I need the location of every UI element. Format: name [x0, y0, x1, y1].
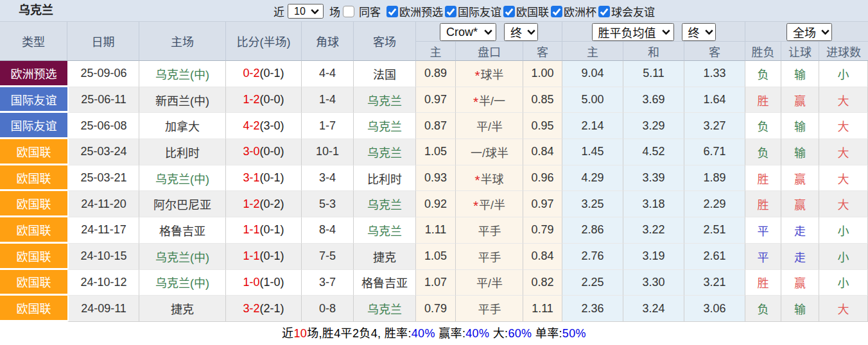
- cell-result: 胜: [745, 191, 781, 217]
- sub-odds-handicap: 盘口: [456, 42, 523, 61]
- cell-handicap: 平/半: [456, 113, 523, 139]
- cell-home-team[interactable]: 比利时: [139, 139, 226, 165]
- avg-home-value: 2.76: [581, 249, 603, 263]
- cell-avg-away: 3.06: [684, 296, 745, 322]
- home-team-name: 乌克兰(中): [155, 274, 209, 290]
- cell-avg-home: 9.04: [562, 61, 623, 87]
- cell-match-type: 欧洲预选: [0, 61, 67, 87]
- result-text: 胜: [758, 170, 769, 187]
- cell-result: 胜: [745, 270, 781, 296]
- sub-avg-away: 客: [684, 42, 745, 61]
- filter-checkbox-euro-cup[interactable]: [551, 6, 562, 17]
- cell-date: 24-10-12: [67, 270, 139, 296]
- away-team-name: 乌克兰: [367, 222, 402, 239]
- chevron-down-icon: [527, 29, 535, 35]
- filter-checkbox-nations-league[interactable]: [503, 6, 515, 17]
- scope-select[interactable]: 全场: [786, 23, 832, 41]
- cell-away-team[interactable]: 法国: [354, 61, 416, 87]
- avg-home-value: 2.14: [581, 119, 603, 133]
- cell-home-team[interactable]: 新西兰(中): [139, 87, 226, 114]
- cell-away-team[interactable]: 乌克兰: [354, 113, 416, 139]
- subheader-label: 主: [430, 43, 442, 60]
- filter-checkbox-club-friendly[interactable]: [598, 6, 610, 17]
- filter-label-nations-league: 欧国联: [516, 3, 549, 19]
- handicap-name: 平手: [478, 222, 501, 239]
- avg-away-value: 1.64: [703, 93, 725, 106]
- cell-odds-away: 0.85: [523, 87, 562, 114]
- cell-odds-home: 0.93: [416, 165, 456, 192]
- check-icon: [551, 6, 562, 17]
- handicap-name: 半球: [481, 170, 504, 187]
- cell-away-team[interactable]: 比利时: [354, 165, 416, 192]
- cell-away-team[interactable]: 乌克兰: [354, 296, 416, 322]
- cell-odds-away: 0.79: [523, 217, 562, 244]
- cell-avg-draw: 3.30: [623, 270, 684, 296]
- cell-corner: 7-5: [302, 244, 354, 270]
- cell-home-team[interactable]: 捷克: [139, 296, 226, 322]
- odds-away-value: 0.85: [531, 93, 553, 106]
- cell-away-team[interactable]: 乌克兰: [354, 217, 416, 244]
- summary-recent-label: 近: [282, 327, 293, 340]
- cell-away-team[interactable]: 捷克: [354, 244, 416, 270]
- date-text: 24-11-17: [81, 223, 126, 237]
- cell-match-type: 欧国联: [0, 191, 67, 217]
- odds-away-value: 0.84: [531, 249, 553, 263]
- same-venue-checkbox[interactable]: [343, 6, 354, 17]
- subheader-label: 主: [587, 43, 598, 60]
- cell-home-team[interactable]: 格鲁吉亚: [139, 217, 226, 244]
- filter-checkbox-euro-qualifier[interactable]: [386, 6, 398, 17]
- cell-home-team[interactable]: 加拿大: [139, 113, 226, 139]
- cell-match-type: 欧国联: [0, 139, 67, 165]
- header-label: 主场: [171, 33, 194, 49]
- cell-home-team[interactable]: 阿尔巴尼亚: [139, 191, 226, 217]
- header-label: 日期: [92, 33, 115, 49]
- home-team-name: 格鲁吉亚: [159, 222, 205, 239]
- filter-checkbox-friendly[interactable]: [445, 6, 456, 17]
- select-value: 终: [510, 24, 522, 40]
- handicap-name: 一/球半: [471, 144, 508, 160]
- away-team-name: 比利时: [367, 170, 402, 187]
- odds-time-select[interactable]: 终: [504, 23, 538, 41]
- sub-odds-home: 主: [416, 42, 456, 61]
- cell-score: 4-2(3-0): [226, 113, 302, 139]
- avg-time-select[interactable]: 终: [682, 23, 716, 41]
- handicap-result-text: 赢: [794, 196, 806, 212]
- cell-score: 1-0(1-0): [226, 270, 302, 296]
- cell-home-team[interactable]: 乌克兰(中): [139, 165, 226, 192]
- corner-score: 0-8: [319, 302, 336, 316]
- handicap-result-text: 输: [794, 117, 806, 134]
- match-count-select[interactable]: 10: [288, 4, 324, 19]
- corner-score: 3-4: [319, 171, 336, 185]
- cell-odds-home: 0.79: [416, 296, 456, 322]
- avg-select[interactable]: 胜平负均值: [592, 23, 674, 41]
- cell-avg-draw: 5.11: [623, 61, 684, 87]
- cell-away-team[interactable]: 格鲁吉亚: [354, 270, 416, 296]
- match-type-label: 欧国联: [17, 143, 51, 160]
- cell-date: 25-03-24: [67, 139, 139, 165]
- cell-result: 负: [745, 61, 781, 87]
- away-team-name: 格鲁吉亚: [361, 274, 408, 290]
- cell-score: 1-2(0-2): [226, 191, 302, 217]
- date-text: 24-09-11: [81, 302, 126, 316]
- cell-home-team[interactable]: 乌克兰(中): [139, 61, 226, 87]
- cell-away-team[interactable]: 乌克兰: [354, 87, 416, 114]
- cell-away-team[interactable]: 乌克兰: [354, 191, 416, 217]
- cell-avg-home: 2.86: [562, 217, 623, 244]
- home-team-name: 捷克: [171, 300, 194, 317]
- cell-away-team[interactable]: 乌克兰: [354, 139, 416, 165]
- cell-home-team[interactable]: 乌克兰(中): [139, 244, 226, 270]
- toolbar: 乌克兰 近 10 场 同客 欧洲预选 国际友谊 欧国联 欧洲杯 球会友谊: [0, 0, 868, 21]
- date-text: 24-11-20: [81, 198, 126, 211]
- handicap-name: 球半: [481, 65, 504, 82]
- cell-handicap: *球半: [456, 61, 523, 87]
- away-team-name: 乌克兰: [367, 196, 402, 212]
- cell-home-team[interactable]: 乌克兰(中): [139, 270, 226, 296]
- cell-avg-home: 2.36: [562, 296, 623, 322]
- date-text: 25-09-06: [80, 67, 126, 80]
- cell-odds-away: 1.11: [523, 296, 562, 322]
- odds-company-select[interactable]: Crow*: [440, 23, 496, 41]
- summary-win-rate: 40%: [412, 327, 435, 340]
- goals-result-text: 大: [838, 196, 849, 212]
- handicap-result-text: 赢: [794, 274, 806, 290]
- odds-away-value: 0.96: [531, 171, 553, 185]
